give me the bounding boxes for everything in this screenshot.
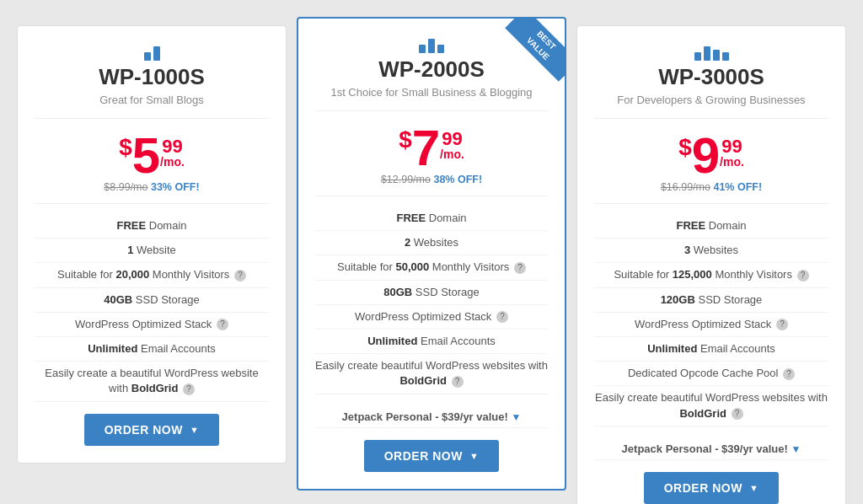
jetpack-line-wp2000s: Jetpack Personal - $39/yr value! ▼ bbox=[315, 406, 548, 428]
dropdown-arrow-icon: ▼ bbox=[190, 425, 199, 435]
feature-item: Easily create beautiful WordPress websit… bbox=[594, 386, 828, 426]
dropdown-arrow-icon: ▼ bbox=[469, 451, 479, 461]
plan-card-wp1000s: WP-1000SGreat for Small Blogs$599/mo.$8.… bbox=[17, 25, 287, 464]
jetpack-line-wp3000s: Jetpack Personal - $39/yr value! ▼ bbox=[594, 438, 828, 460]
plan-subtitle-wp2000s: 1st Choice for Small Business & Blogging bbox=[315, 86, 548, 111]
price-dollar: $ bbox=[119, 136, 132, 159]
dropdown-arrow-icon: ▼ bbox=[749, 483, 758, 493]
plan-title-wp1000s: WP-1000S bbox=[35, 64, 269, 90]
price-cents: 99 bbox=[160, 137, 185, 156]
price-cents: 99 bbox=[720, 137, 744, 156]
price-block-wp3000s: $999/mo.$16.99/mo 41% OFF! bbox=[594, 131, 828, 193]
features-list-wp3000s: FREE Domain3 WebsitesSuitable for 125,00… bbox=[594, 203, 828, 426]
order-button-wp1000s[interactable]: ORDER NOW ▼ bbox=[84, 414, 220, 446]
price-original: $12.99/mo 38% OFF! bbox=[315, 174, 548, 185]
help-icon[interactable]: ? bbox=[452, 376, 464, 388]
feature-item: 2 Websites bbox=[315, 231, 548, 255]
feature-item: Dedicated Opcode Cache Pool ? bbox=[594, 362, 828, 386]
price-number: 7 bbox=[412, 123, 440, 174]
feature-item: Unlimited Email Accounts bbox=[315, 330, 548, 354]
plan-title-wp3000s: WP-3000S bbox=[594, 64, 828, 90]
price-original: $8.99/mo 33% OFF! bbox=[35, 181, 269, 193]
order-button-wp3000s[interactable]: ORDER NOW ▼ bbox=[644, 472, 780, 504]
feature-item: 1 Website bbox=[35, 239, 269, 263]
help-icon[interactable]: ? bbox=[776, 319, 788, 330]
price-original: $16.99/mo 41% OFF! bbox=[594, 181, 828, 193]
feature-item: Easily create beautiful WordPress websit… bbox=[315, 354, 548, 394]
price-number: 9 bbox=[692, 131, 720, 181]
order-button-label: ORDER NOW bbox=[384, 449, 463, 463]
price-block-wp1000s: $599/mo.$8.99/mo 33% OFF! bbox=[35, 131, 269, 193]
order-button-label: ORDER NOW bbox=[664, 481, 742, 495]
price-number: 5 bbox=[132, 131, 160, 181]
pricing-container: WP-1000SGreat for Small Blogs$599/mo.$8.… bbox=[0, 0, 863, 504]
price-mo: /mo. bbox=[440, 148, 464, 160]
jetpack-toggle[interactable]: ▼ bbox=[791, 443, 801, 455]
price-off: 38% OFF! bbox=[433, 174, 482, 185]
feature-item: FREE Domain bbox=[594, 214, 828, 239]
jetpack-label: Jetpack Personal - $39/yr value! bbox=[622, 442, 788, 455]
order-button-wp2000s[interactable]: ORDER NOW ▼ bbox=[364, 440, 500, 472]
feature-item: Easily create a beautiful WordPress webs… bbox=[35, 362, 269, 401]
jetpack-toggle[interactable]: ▼ bbox=[512, 411, 522, 423]
plan-card-wp3000s: WP-3000SFor Developers & Growing Busines… bbox=[576, 25, 846, 504]
feature-item: FREE Domain bbox=[315, 206, 548, 231]
help-icon[interactable]: ? bbox=[797, 270, 809, 281]
help-icon[interactable]: ? bbox=[496, 311, 508, 323]
feature-item: Unlimited Email Accounts bbox=[594, 337, 828, 362]
features-list-wp1000s: FREE Domain1 WebsiteSuitable for 20,000 … bbox=[35, 203, 269, 402]
best-value-ribbon bbox=[497, 19, 565, 86]
features-list-wp2000s: FREE Domain2 WebsitesSuitable for 50,000… bbox=[315, 196, 548, 394]
price-block-wp2000s: $799/mo.$12.99/mo 38% OFF! bbox=[315, 123, 548, 185]
help-icon[interactable]: ? bbox=[732, 408, 743, 420]
feature-item: 120GB SSD Storage bbox=[594, 288, 828, 313]
feature-item: 3 Websites bbox=[594, 239, 828, 263]
help-icon[interactable]: ? bbox=[514, 262, 526, 274]
price-mo: /mo. bbox=[160, 156, 185, 168]
feature-item: FREE Domain bbox=[35, 214, 269, 239]
help-icon[interactable]: ? bbox=[783, 368, 795, 380]
price-mo: /mo. bbox=[720, 156, 744, 168]
jetpack-label: Jetpack Personal - $39/yr value! bbox=[342, 410, 508, 423]
feature-item: WordPress Optimized Stack ? bbox=[315, 305, 548, 330]
price-dollar: $ bbox=[678, 136, 692, 159]
plan-card-wp2000s: WP-2000S1st Choice for Small Business & … bbox=[297, 17, 566, 491]
feature-item: Suitable for 20,000 Monthly Visitors ? bbox=[35, 263, 269, 287]
plan-icon-wp1000s bbox=[35, 46, 269, 61]
price-off: 33% OFF! bbox=[151, 181, 200, 193]
price-dollar: $ bbox=[399, 128, 412, 152]
price-off: 41% OFF! bbox=[713, 181, 762, 193]
feature-item: Suitable for 125,000 Monthly Visitors ? bbox=[594, 263, 828, 287]
feature-item: WordPress Optimized Stack ? bbox=[35, 313, 269, 337]
order-button-label: ORDER NOW bbox=[105, 423, 183, 437]
help-icon[interactable]: ? bbox=[217, 319, 228, 330]
price-cents: 99 bbox=[440, 130, 464, 148]
plan-icon-wp3000s bbox=[594, 46, 828, 61]
plan-subtitle-wp1000s: Great for Small Blogs bbox=[35, 94, 269, 119]
feature-item: Unlimited Email Accounts bbox=[35, 337, 269, 362]
feature-item: 80GB SSD Storage bbox=[315, 281, 548, 305]
feature-item: Suitable for 50,000 Monthly Visitors ? bbox=[315, 255, 548, 280]
plan-subtitle-wp3000s: For Developers & Growing Businesses bbox=[594, 94, 828, 119]
help-icon[interactable]: ? bbox=[234, 270, 246, 281]
feature-item: 40GB SSD Storage bbox=[35, 288, 269, 313]
help-icon[interactable]: ? bbox=[183, 383, 195, 395]
feature-item: WordPress Optimized Stack ? bbox=[594, 313, 828, 337]
